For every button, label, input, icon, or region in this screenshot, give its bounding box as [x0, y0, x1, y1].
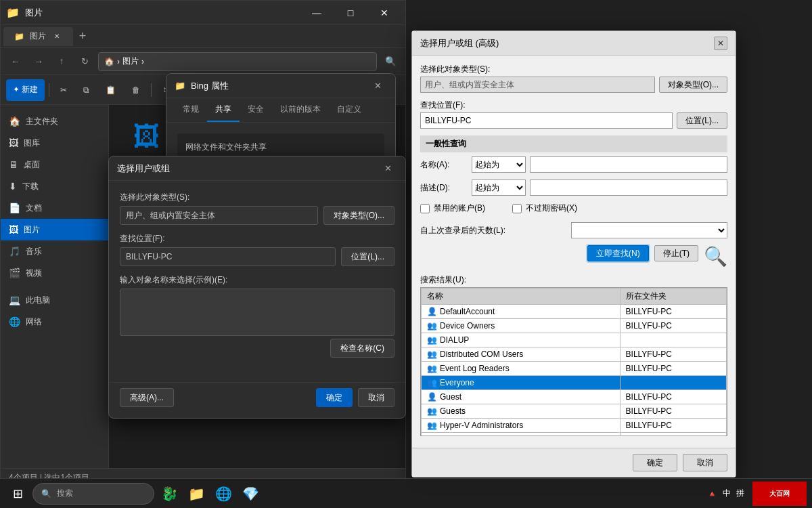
- taskbar-sys-icons[interactable]: 🔺 中 拼: [702, 482, 750, 506]
- taskbar-app-other[interactable]: 💎: [238, 482, 263, 506]
- adv-name-input[interactable]: [530, 156, 727, 173]
- taskbar-search[interactable]: 🔍 搜索: [32, 483, 154, 505]
- select-user-footer: 高级(A)... 确定 取消: [109, 382, 405, 418]
- tab-customize[interactable]: 自定义: [329, 98, 369, 122]
- minimize-button[interactable]: —: [301, 3, 332, 23]
- table-row[interactable]: 👥DIALUP: [422, 333, 727, 347]
- sidebar-item-music[interactable]: 🎵 音乐: [1, 240, 108, 262]
- sidebar-item-downloads[interactable]: ⬇ 下载: [1, 175, 108, 197]
- taskbar-lang-zh: 中: [723, 488, 731, 499]
- select-user-dialog: 选择用户或组 ✕ 选择此对象类型(S): 对象类型(O)... 查找位置(F):: [108, 156, 406, 419]
- sidebar-item-network[interactable]: 🌐 网络: [1, 311, 108, 333]
- adv-location-input[interactable]: [420, 112, 673, 129]
- address-bar[interactable]: 🏠 › 图片 ›: [98, 52, 377, 71]
- bing-dialog-close[interactable]: ✕: [368, 77, 387, 96]
- select-user-ok-button[interactable]: 确定: [316, 388, 353, 407]
- adv-general-query-section: 一般性查询 名称(A): 起始为 描述(D): 起始为: [420, 135, 727, 238]
- tab-pictures[interactable]: 📁 图片 ✕: [3, 27, 73, 46]
- maximize-button[interactable]: □: [335, 3, 366, 23]
- tab-close-button[interactable]: ✕: [51, 31, 62, 42]
- table-row[interactable]: 👤DefaultAccountBILLYFU-PC: [422, 305, 727, 319]
- sidebar-item-documents[interactable]: 📄 文档: [1, 197, 108, 219]
- select-user-close[interactable]: ✕: [378, 159, 397, 178]
- adv-title-bar: 选择用户或组 (高级) ✕: [412, 31, 736, 56]
- tab-pictures-icon: 📁: [14, 32, 24, 41]
- object-type-button[interactable]: 对象类型(O)...: [323, 206, 394, 225]
- taskbar-app-dragon[interactable]: 🐉: [157, 482, 181, 506]
- taskbar-app-browser[interactable]: 🌐: [211, 482, 235, 506]
- tab-share[interactable]: 共享: [207, 98, 240, 122]
- result-folder-cell: BILLYFU-PC: [620, 433, 726, 437]
- sidebar-item-desktop[interactable]: 🖥 桌面: [1, 154, 108, 175]
- table-row[interactable]: 👥GuestsBILLYFU-PC: [422, 404, 727, 419]
- title-bar-controls: — □ ✕: [301, 3, 400, 23]
- adv-days-since-row: 自上次查录后的天数(L):: [420, 222, 727, 238]
- adv-name-label: 名称(A):: [420, 159, 468, 171]
- address-home-icon: 🏠: [104, 57, 114, 66]
- table-row[interactable]: 👥Hyper-V AdministratorsBILLYFU-PC: [422, 419, 727, 433]
- adv-general-query-header: 一般性查询: [420, 135, 727, 152]
- adv-results-group: 搜索结果(U): 名称 所在文件夹 👤DefaultAccountBILLYFU…: [420, 274, 727, 436]
- tab-add-button[interactable]: +: [73, 27, 92, 46]
- no-expire-checkbox[interactable]: [512, 204, 522, 213]
- delete-button[interactable]: 🗑: [125, 79, 147, 101]
- adv-desc-group: 描述(D): 起始为: [420, 179, 727, 196]
- forward-button[interactable]: →: [29, 52, 48, 71]
- start-button[interactable]: ⊞: [5, 482, 30, 506]
- adv-cancel-button[interactable]: 取消: [683, 454, 727, 471]
- result-name-cell: 👥Hyper-V Administrators: [422, 419, 621, 433]
- adv-days-since-select[interactable]: [571, 222, 727, 238]
- table-row[interactable]: 👥IIS_IUSRSBILLYFU-PC: [422, 433, 727, 437]
- result-folder-cell: [620, 333, 726, 347]
- adv-location-button[interactable]: 位置(L)...: [677, 112, 727, 129]
- check-name-button[interactable]: 检查名称(C): [330, 339, 394, 358]
- sidebar-item-videos[interactable]: 🎬 视频: [1, 262, 108, 284]
- sidebar-item-gallery[interactable]: 🖼 图库: [1, 132, 108, 154]
- sidebar-thispc-label: 此电脑: [26, 295, 50, 306]
- sidebar-item-thispc[interactable]: 💻 此电脑: [1, 289, 108, 311]
- adv-desc-input[interactable]: [530, 179, 727, 196]
- sidebar-item-pictures[interactable]: 🖼 图片: [1, 219, 108, 240]
- up-button[interactable]: ↑: [52, 52, 71, 71]
- adv-desc-dropdown[interactable]: 起始为: [472, 179, 526, 196]
- address-separator: ›: [117, 57, 120, 66]
- enter-object-input[interactable]: [120, 289, 394, 336]
- disabled-accounts-checkbox[interactable]: [420, 204, 430, 213]
- paste-button[interactable]: 📋: [99, 79, 122, 101]
- adv-close-button[interactable]: ✕: [714, 37, 727, 50]
- table-row[interactable]: 👤GuestBILLYFU-PC: [422, 390, 727, 404]
- adv-days-since-label: 自上次查录后的天数(L):: [420, 225, 567, 236]
- search-button[interactable]: 🔍: [381, 52, 400, 71]
- adv-ok-button[interactable]: 确定: [633, 454, 677, 471]
- back-button[interactable]: ←: [6, 52, 25, 71]
- table-row[interactable]: 👥Event Log ReadersBILLYFU-PC: [422, 362, 727, 376]
- close-button[interactable]: ✕: [369, 3, 400, 23]
- search-now-button[interactable]: 立即查找(N): [587, 245, 649, 261]
- tab-general[interactable]: 常规: [175, 98, 207, 122]
- table-row[interactable]: 👥Everyone: [422, 376, 727, 390]
- adv-name-dropdown[interactable]: 起始为: [472, 156, 526, 173]
- select-user-cancel-button[interactable]: 取消: [358, 388, 394, 407]
- adv-object-type-button[interactable]: 对象类型(O)...: [659, 77, 727, 93]
- copy-button[interactable]: ⧉: [76, 79, 96, 101]
- adv-results-label: 搜索结果(U):: [420, 274, 727, 286]
- share-section-title: 网络文件和文件夹共享: [185, 142, 376, 153]
- new-button[interactable]: ✦ 新建: [6, 79, 45, 101]
- result-folder-cell: BILLYFU-PC: [620, 319, 726, 333]
- adv-object-type-label: 选择此对象类型(S):: [420, 64, 727, 75]
- cut-button[interactable]: ✂: [53, 79, 74, 101]
- table-row[interactable]: 👥Device OwnersBILLYFU-PC: [422, 319, 727, 333]
- refresh-button[interactable]: ↻: [75, 52, 94, 71]
- taskbar-arrow-icon: 🔺: [707, 489, 717, 499]
- advanced-button[interactable]: 高级(A)...: [120, 388, 174, 407]
- search-results-container[interactable]: 名称 所在文件夹 👤DefaultAccountBILLYFU-PC👥Devic…: [420, 287, 727, 436]
- sidebar-item-home[interactable]: 🏠 主文件夹: [1, 110, 108, 132]
- taskbar-app-explorer[interactable]: 📁: [184, 482, 208, 506]
- table-row[interactable]: 👥Distributed COM UsersBILLYFU-PC: [422, 347, 727, 362]
- location-button[interactable]: 位置(L)...: [341, 247, 394, 266]
- tab-security[interactable]: 安全: [240, 98, 272, 122]
- tab-previous-versions[interactable]: 以前的版本: [272, 98, 329, 122]
- tab-bar: 📁 图片 ✕ +: [1, 25, 405, 48]
- adv-disabled-label: 禁用的账户(B): [434, 203, 485, 214]
- stop-button[interactable]: 停止(T): [654, 245, 698, 261]
